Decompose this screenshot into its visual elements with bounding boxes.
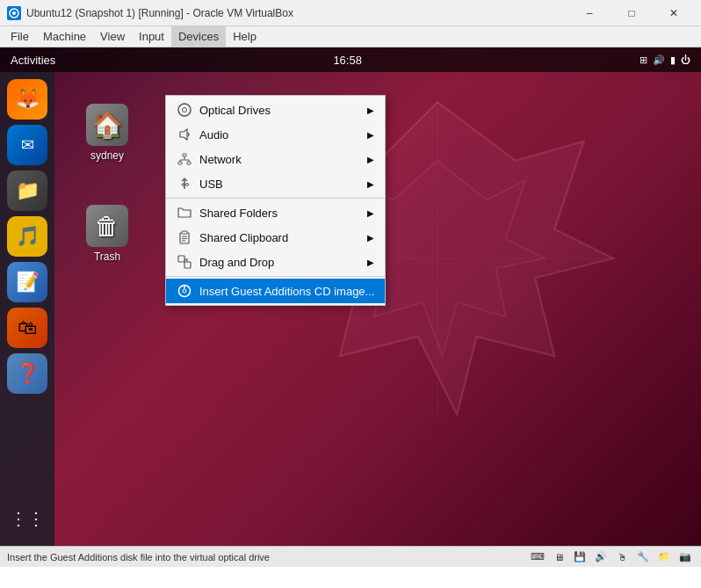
usb-icon [177, 176, 192, 192]
menu-file[interactable]: File [4, 26, 36, 47]
activities-button[interactable]: Activities [11, 54, 55, 67]
sidebar-app-thunderbird[interactable]: ✉ [7, 125, 47, 165]
svg-rect-24 [178, 256, 184, 262]
sidebar-app-grid[interactable]: ⋮⋮ [7, 498, 47, 539]
drag-drop-label: Drag and Drop [199, 256, 360, 269]
audio-icon [177, 127, 192, 142]
menu-input[interactable]: Input [132, 26, 171, 47]
status-keyboard-icon[interactable]: ⌨ [529, 549, 546, 565]
svg-rect-10 [178, 162, 182, 164]
audio-label: Audio [199, 128, 360, 142]
network-label: Network [199, 153, 360, 166]
menu-view[interactable]: View [93, 26, 132, 47]
app-icon [7, 6, 21, 20]
trash-bin-icon: 🗑 [86, 205, 128, 247]
optical-drives-label: Optical Drives [199, 104, 360, 117]
menu-item-insert-guest[interactable]: Insert Guest Additions CD image... [166, 279, 385, 303]
title-bar-left: Ubuntu12 (Snapshot 1) [Running] - Oracle… [7, 6, 293, 20]
svg-rect-20 [182, 231, 187, 234]
optical-drives-arrow: ▶ [367, 105, 374, 115]
rhythmbox-icon: 🎵 [16, 225, 40, 248]
status-audio-icon[interactable]: 🔊 [592, 549, 610, 565]
devices-dropdown-menu: Optical Drives ▶ Audio ▶ Network ▶ [165, 95, 386, 306]
menu-item-audio[interactable]: Audio ▶ [166, 122, 385, 147]
menu-item-optical-drives[interactable]: Optical Drives ▶ [166, 98, 385, 122]
battery-indicator-icon: ▮ [670, 54, 676, 66]
svg-point-6 [178, 104, 191, 116]
insert-guest-label: Insert Guest Additions CD image... [199, 285, 374, 298]
ubuntu-sidebar: 🦊 ✉ 📁 🎵 📝 🛍 ❓ ⋮⋮ [0, 72, 54, 546]
menu-bar: File Machine View Input Devices Help [0, 26, 701, 47]
firefox-icon: 🦊 [16, 88, 40, 111]
status-usb-icon[interactable]: 🖱 [613, 549, 631, 565]
writer-icon: 📝 [16, 271, 40, 294]
vm-viewport: Activities 16:58 ⊞ 🔊 ▮ ⏻ 🦊 ✉ 📁 🎵 [0, 47, 701, 567]
drag-drop-icon [177, 254, 192, 270]
svg-point-1 [12, 11, 16, 15]
ubuntu-desktop: Activities 16:58 ⊞ 🔊 ▮ ⏻ 🦊 ✉ 📁 🎵 [0, 47, 701, 567]
menu-item-drag-and-drop[interactable]: Drag and Drop ▶ [166, 250, 385, 274]
appstore-icon: 🛍 [18, 316, 37, 339]
window-controls: – □ ✕ [569, 0, 694, 26]
window-title: Ubuntu12 (Snapshot 1) [Running] - Oracle… [26, 7, 293, 19]
status-storage-icon[interactable]: 💾 [571, 549, 589, 565]
desktop-icon-trash[interactable]: 🗑 Trash [72, 201, 142, 266]
menu-item-shared-folders[interactable]: Shared Folders ▶ [166, 200, 385, 225]
menu-devices[interactable]: Devices [171, 26, 226, 47]
menu-help[interactable]: Help [226, 26, 264, 47]
help-icon: ❓ [16, 362, 40, 385]
menu-item-network[interactable]: Network ▶ [166, 147, 385, 171]
menu-item-usb[interactable]: USB ▶ [166, 171, 385, 196]
svg-point-7 [183, 108, 187, 113]
network-icon [177, 151, 192, 167]
svg-rect-11 [187, 162, 191, 164]
desktop-icon-sydney[interactable]: 🏠 sydney [72, 100, 142, 165]
svg-rect-9 [183, 154, 186, 156]
apps-grid-icon: ⋮⋮ [10, 508, 45, 529]
system-indicators: ⊞ 🔊 ▮ ⏻ [640, 54, 690, 66]
sidebar-app-writer[interactable]: 📝 [7, 262, 47, 302]
network-arrow: ▶ [367, 155, 374, 164]
svg-point-18 [186, 184, 189, 186]
sidebar-app-appstore[interactable]: 🛍 [7, 308, 47, 348]
svg-point-28 [183, 289, 186, 293]
svg-marker-8 [180, 129, 187, 140]
power-icon: ⏻ [681, 54, 690, 65]
sidebar-app-files[interactable]: 📁 [7, 171, 47, 211]
statusbar-text: Insert the Guest Additions disk file int… [7, 552, 270, 563]
maximize-button[interactable]: □ [611, 0, 652, 26]
menu-separator-1 [166, 198, 385, 199]
sidebar-grid-button-area: ⋮⋮ [7, 498, 47, 539]
menu-separator-2 [166, 276, 385, 277]
minimize-button[interactable]: – [569, 0, 610, 26]
drag-drop-arrow: ▶ [367, 258, 374, 267]
sidebar-app-help[interactable]: ❓ [7, 353, 47, 394]
audio-arrow: ▶ [367, 130, 374, 140]
usb-arrow: ▶ [367, 179, 374, 189]
status-recording-icon[interactable]: 📷 [676, 549, 694, 565]
files-icon: 📁 [16, 179, 40, 202]
close-button[interactable]: ✕ [654, 0, 694, 26]
menu-item-shared-clipboard[interactable]: Shared Clipboard ▶ [166, 225, 385, 250]
thunderbird-icon: ✉ [21, 135, 34, 155]
shared-clipboard-icon [177, 229, 192, 245]
menu-machine[interactable]: Machine [36, 26, 93, 47]
vm-statusbar: Insert the Guest Additions disk file int… [0, 546, 701, 567]
sidebar-app-firefox[interactable]: 🦊 [7, 79, 47, 120]
shared-folders-label: Shared Folders [199, 207, 360, 220]
usb-label: USB [199, 178, 360, 191]
optical-drives-icon [177, 102, 192, 118]
trash-label: Trash [94, 250, 120, 263]
network-indicator-icon: ⊞ [640, 54, 647, 66]
ubuntu-topbar: Activities 16:58 ⊞ 🔊 ▮ ⏻ [0, 47, 701, 72]
sound-indicator-icon: 🔊 [653, 54, 665, 66]
clock: 16:58 [333, 54, 362, 67]
sydney-label: sydney [90, 149, 124, 162]
sidebar-app-rhythmbox[interactable]: 🎵 [7, 216, 47, 257]
title-bar: Ubuntu12 (Snapshot 1) [Running] - Oracle… [0, 0, 701, 26]
status-shared-folders-icon[interactable]: 📁 [655, 549, 673, 565]
status-network-icon[interactable]: 🔧 [634, 549, 652, 565]
insert-guest-icon [177, 283, 192, 299]
status-display-icon[interactable]: 🖥 [550, 549, 567, 565]
svg-rect-25 [184, 262, 191, 268]
